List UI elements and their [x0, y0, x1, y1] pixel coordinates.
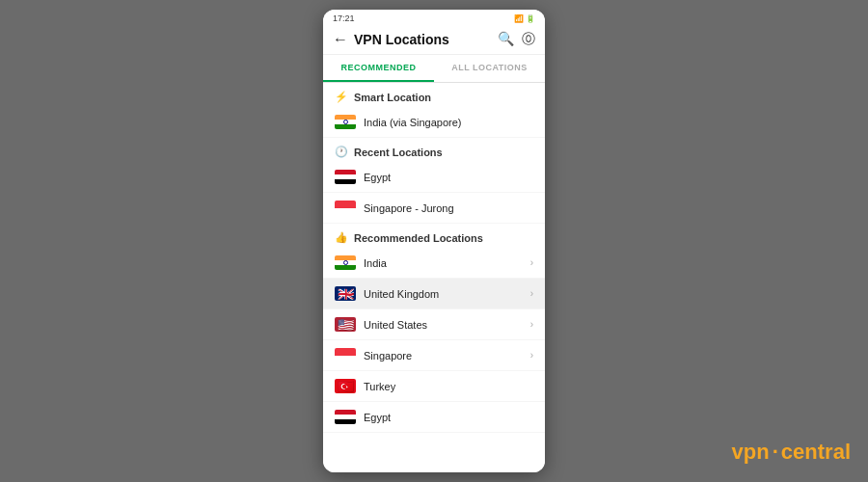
flag-india-singapore [335, 115, 356, 129]
list-item-singapore-jurong[interactable]: Singapore - Jurong [323, 193, 545, 224]
list-item-singapore[interactable]: Singapore › [323, 340, 545, 371]
flag-egypt-recent [335, 170, 356, 184]
brand-vpn-text: vpn [732, 440, 770, 465]
item-india-text: India [364, 257, 523, 269]
brand-separator: ∙ [773, 440, 778, 465]
list-item-turkey[interactable]: Turkey [323, 371, 545, 402]
location-list: ⚡ Smart Location India (via Singapore) 🕐… [323, 83, 545, 472]
item-singapore-text: Singapore [364, 350, 523, 362]
status-icons: 📶 🔋 [514, 14, 535, 23]
smart-location-label: Smart Location [354, 92, 431, 103]
flag-india [335, 255, 356, 270]
vpncentral-watermark: vpn ∙ central [732, 440, 851, 465]
tabs: RECOMMENDED ALL LOCATIONS [323, 55, 545, 83]
item-india-singapore-text: India (via Singapore) [364, 117, 533, 128]
header-actions: 🔍 ⓪ [498, 31, 535, 48]
flag-us [335, 317, 356, 332]
tab-recommended[interactable]: RECOMMENDED [323, 55, 434, 82]
header: ← VPN Locations 🔍 ⓪ [323, 25, 545, 55]
list-item-india-singapore[interactable]: India (via Singapore) [323, 107, 545, 138]
list-item-us[interactable]: United States › [323, 309, 545, 340]
item-singapore-jurong-text: Singapore - Jurong [364, 202, 533, 214]
status-time: 17:21 [333, 13, 355, 23]
list-item-uk[interactable]: United Kingdom › [323, 279, 545, 309]
thumbsup-icon: 👍 [335, 231, 348, 244]
list-item-india[interactable]: India › [323, 248, 545, 279]
help-icon[interactable]: ⓪ [522, 31, 535, 48]
tab-all-locations[interactable]: ALL LOCATIONS [434, 55, 545, 82]
wifi-icon: 🔋 [526, 14, 535, 23]
clock-icon: 🕐 [335, 146, 348, 158]
flag-singapore [335, 348, 356, 362]
flag-egypt-bottom [335, 410, 356, 424]
item-us-text: United States [364, 319, 523, 331]
recommended-locations-label: Recommended Locations [354, 232, 483, 244]
flag-turkey [335, 379, 356, 393]
chevron-india: › [530, 257, 533, 268]
page-title: VPN Locations [354, 32, 492, 47]
flag-uk [335, 286, 356, 301]
signal-icon: 📶 [514, 14, 524, 23]
item-turkey-text: Turkey [364, 381, 533, 392]
recent-locations-header: 🕐 Recent Locations [323, 138, 545, 162]
item-egypt-bottom-text: Egypt [364, 412, 533, 423]
chevron-us: › [530, 319, 533, 330]
chevron-uk: › [530, 288, 533, 299]
item-egypt-recent-text: Egypt [364, 172, 533, 183]
chevron-singapore: › [530, 350, 533, 361]
recommended-locations-header: 👍 Recommended Locations [323, 224, 545, 248]
list-item-egypt-recent[interactable]: Egypt [323, 162, 545, 193]
smart-location-header: ⚡ Smart Location [323, 83, 545, 107]
recent-locations-label: Recent Locations [354, 147, 443, 158]
lightning-icon: ⚡ [335, 91, 348, 103]
back-button[interactable]: ← [333, 31, 348, 48]
brand-central-text: central [781, 440, 851, 465]
list-item-egypt-bottom[interactable]: Egypt [323, 402, 545, 433]
phone-frame: 17:21 📶 🔋 ← VPN Locations 🔍 ⓪ RECOMMENDE… [323, 10, 545, 472]
flag-singapore-jurong [335, 201, 356, 215]
search-icon[interactable]: 🔍 [498, 31, 514, 48]
item-uk-text: United Kingdom [364, 288, 523, 300]
status-bar: 17:21 📶 🔋 [323, 10, 545, 25]
